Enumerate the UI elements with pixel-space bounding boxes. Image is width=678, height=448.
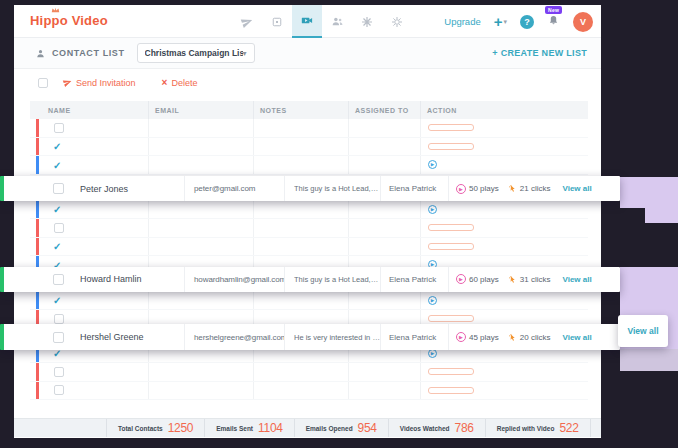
contact-list-bar: CONTACT LIST Christmas Campaign List ▾ +… <box>14 38 601 69</box>
send-video-button[interactable] <box>428 143 474 150</box>
row-checkbox[interactable] <box>54 385 64 395</box>
row-checkbox[interactable] <box>54 123 64 133</box>
table-row: ✓▶ <box>30 156 588 175</box>
view-all-link[interactable]: View all <box>562 184 591 193</box>
nav-tab-contacts[interactable] <box>322 5 352 38</box>
gear-icon <box>391 16 403 28</box>
send-video-button[interactable] <box>428 124 474 131</box>
delete-icon: × <box>162 78 168 88</box>
cell-notes: He is very interested in the prod... <box>284 324 380 350</box>
cell-name: ✓ <box>30 201 148 219</box>
cell-name <box>30 219 148 237</box>
header-actions: Upgrade + ▾ ? New V <box>444 5 593 38</box>
delete-button[interactable]: × Delete <box>162 78 198 88</box>
help-button[interactable]: ? <box>520 15 534 29</box>
view-all-card[interactable]: View all <box>618 315 668 347</box>
status-stripe <box>36 156 39 174</box>
stat-label: Replied with Video <box>497 425 555 432</box>
checkbox-checked-icon[interactable]: ✓ <box>53 204 61 215</box>
table-row <box>30 219 588 238</box>
crown-icon <box>51 7 60 13</box>
send-video-button[interactable] <box>428 224 474 231</box>
cell-notes: This guy is a Hot Lead, so... <box>284 176 380 201</box>
row-checkbox[interactable] <box>53 183 64 194</box>
checkbox-checked-icon[interactable]: ✓ <box>53 141 61 152</box>
avatar[interactable]: V <box>573 12 593 32</box>
view-all-link[interactable]: View all <box>562 333 591 342</box>
send-video-button[interactable] <box>428 315 474 322</box>
stats-footer: Total Contacts 1250 Emails Sent 1104 Ema… <box>14 418 601 437</box>
checkbox-checked-icon[interactable]: ✓ <box>53 159 61 170</box>
row-checkbox[interactable] <box>54 314 64 324</box>
clicks-count: 20 clicks <box>520 333 551 342</box>
video-drafted-link[interactable]: ▶ <box>428 296 440 305</box>
nav-tab-videos-active[interactable] <box>292 5 322 38</box>
click-cursor-icon <box>508 275 517 284</box>
stat-total-contacts: Total Contacts 1250 <box>106 419 205 437</box>
list-dropdown[interactable]: Christmas Campaign List ▾ <box>137 43 255 63</box>
column-header-notes: NOTES <box>253 101 348 119</box>
contact-notes: This guy is a Hot Lead, so... <box>294 184 380 193</box>
cell-email: hershelgreene@gmail.com <box>184 324 284 350</box>
row-checkbox[interactable] <box>53 332 64 343</box>
cell-action: ▶ <box>420 292 588 310</box>
cell-notes <box>253 156 348 174</box>
cell-assigned: Elena Patrick <box>380 176 448 201</box>
cell-email: howardhamlin@gmail.com <box>184 267 284 292</box>
column-header-name: NAME <box>30 101 148 119</box>
video-drafted-link[interactable]: ▶ <box>428 205 440 214</box>
stat-value: 522 <box>559 421 578 435</box>
column-header-email: EMAIL <box>148 101 253 119</box>
cell-stats: ▶60 plays31 clicksView all <box>448 267 620 292</box>
row-checkbox[interactable] <box>54 223 64 233</box>
contact-name: Howard Hamlin <box>64 274 184 284</box>
cell-assigned <box>348 156 420 174</box>
cell-email: peter@gmail.com <box>184 176 284 201</box>
video-drafted-link[interactable]: ▶ <box>428 349 440 358</box>
cell-name: ✓ <box>30 156 148 174</box>
contact-list-icon <box>35 48 46 59</box>
nav-tab-integrations[interactable] <box>352 5 382 38</box>
cell-notes <box>253 238 348 256</box>
cell-assigned <box>348 292 420 310</box>
create-menu-button[interactable]: + ▾ <box>494 14 507 29</box>
cell-assigned: Elena Patrick <box>380 267 448 292</box>
send-video-button[interactable] <box>428 387 474 394</box>
top-bar: Hippo Video Upgrade + <box>14 5 601 38</box>
clicks-stat: 31 clicks <box>508 275 551 284</box>
hippo-video-logo[interactable]: Hippo Video <box>30 13 108 28</box>
cell-assigned <box>348 201 420 219</box>
checkbox-checked-icon[interactable]: ✓ <box>53 241 61 252</box>
contact-email: howardhamlin@gmail.com <box>194 275 284 284</box>
send-invitation-button[interactable]: Send Invitation <box>63 78 136 88</box>
send-video-button[interactable] <box>428 243 474 250</box>
cell-email <box>148 156 253 174</box>
cell-notes: This guy is a Hot Lead, so... <box>284 267 380 292</box>
snowflake-icon <box>361 16 373 28</box>
select-all-checkbox[interactable] <box>38 78 48 88</box>
table-row: ✓▶ <box>30 201 588 220</box>
upgrade-link[interactable]: Upgrade <box>444 16 480 27</box>
checkbox-checked-icon[interactable]: ✓ <box>53 295 61 306</box>
send-video-button[interactable] <box>428 368 474 375</box>
nav-tab-record[interactable] <box>262 5 292 38</box>
cell-name <box>30 382 148 400</box>
assigned-to: Elena Patrick <box>389 184 436 193</box>
nav-tab-settings[interactable] <box>382 5 412 38</box>
clicks-count: 31 clicks <box>520 275 551 284</box>
cell-name <box>30 119 148 137</box>
row-checkbox[interactable] <box>54 367 64 377</box>
highlighted-contact-row: Peter Jonespeter@gmail.comThis guy is a … <box>0 176 620 201</box>
row-checkbox[interactable] <box>53 274 64 285</box>
cell-email <box>148 219 253 237</box>
create-new-list-button[interactable]: + CREATE NEW LIST <box>492 48 587 58</box>
table-row <box>30 363 588 382</box>
plus-icon: + <box>494 14 503 29</box>
square-record-icon <box>271 16 283 28</box>
stat-label: Total Contacts <box>118 425 163 432</box>
view-all-link[interactable]: View all <box>562 275 591 284</box>
video-drafted-link[interactable]: ▶ <box>428 160 440 169</box>
cell-action <box>420 238 588 256</box>
nav-tab-send[interactable] <box>232 5 262 38</box>
notifications-button[interactable]: New <box>547 13 560 31</box>
